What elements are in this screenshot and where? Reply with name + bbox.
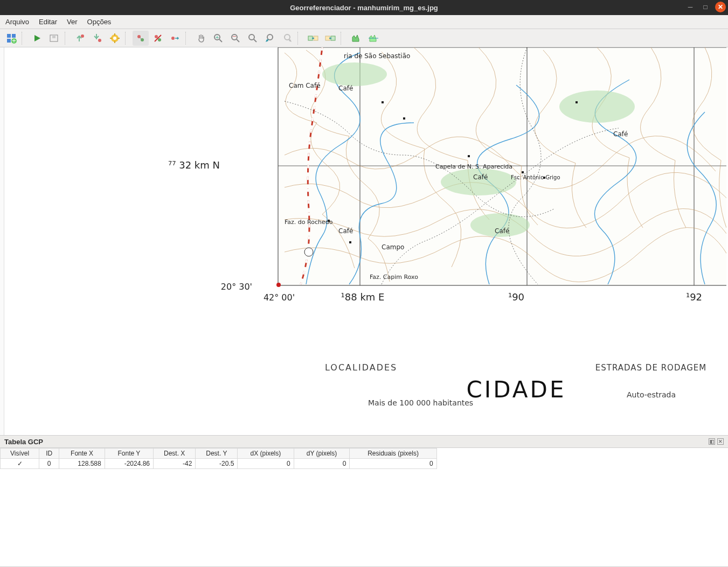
col-srcy[interactable]: Fonte Y	[105, 449, 153, 459]
svg-marker-5	[34, 35, 40, 41]
link-canvas-button[interactable]	[322, 31, 338, 46]
svg-text:Café: Café	[338, 85, 353, 92]
svg-text:Mais de 100 000 habitantes: Mais de 100 000 habitantes	[368, 398, 473, 407]
svg-point-28	[249, 34, 254, 40]
cell-id: 0	[39, 459, 59, 469]
svg-text:+: +	[215, 34, 219, 40]
window-title: Georreferenciador - manhumirim_mg_es.jpg	[290, 4, 438, 12]
svg-text:⁷⁷ 32 km N: ⁷⁷ 32 km N	[168, 159, 220, 171]
add-point-button[interactable]	[133, 31, 149, 46]
gcp-table-panel: Visível ID Fonte X Fonte Y Dest. X Dest.…	[0, 448, 728, 566]
menu-file[interactable]: Arquivo	[5, 18, 29, 26]
svg-text:Campo: Campo	[382, 243, 404, 251]
svg-text:ESTRADAS DE RODAGEM: ESTRADAS DE RODAGEM	[595, 363, 706, 373]
svg-text:Café: Café	[473, 173, 488, 181]
start-georef-button[interactable]	[29, 31, 45, 46]
undock-icon[interactable]: ◧	[709, 438, 715, 445]
zoom-out-button[interactable]: −	[227, 31, 244, 46]
svg-text:20° 30': 20° 30'	[221, 282, 252, 292]
svg-rect-35	[314, 36, 318, 40]
col-dy[interactable]: dY (pixels)	[294, 449, 350, 459]
pan-button[interactable]	[193, 31, 209, 46]
gcp-table: Visível ID Fonte X Fonte Y Dest. X Dest.…	[0, 448, 437, 469]
svg-rect-60	[576, 101, 578, 103]
col-visible[interactable]: Visível	[1, 449, 39, 459]
svg-rect-2	[7, 39, 11, 43]
svg-text:Capela de N. S. Aparecida: Capela de N. S. Aparecida	[435, 163, 512, 170]
svg-line-29	[254, 39, 256, 42]
svg-text:¹90: ¹90	[508, 291, 524, 303]
col-dstx[interactable]: Dest. X	[154, 449, 196, 459]
zoom-in-button[interactable]: +	[210, 31, 226, 46]
svg-rect-0	[7, 34, 11, 38]
menu-options[interactable]: Opções	[87, 18, 112, 26]
col-dx[interactable]: dX (pixels)	[238, 449, 294, 459]
svg-point-18	[155, 35, 158, 38]
map-svg: ⁷⁷ 32 km N 20° 30' 42° 00' ¹88 km E ¹90 …	[4, 47, 726, 435]
move-point-button[interactable]	[167, 31, 183, 46]
svg-point-54	[559, 90, 635, 123]
svg-line-17	[139, 37, 142, 40]
svg-line-23	[219, 39, 222, 42]
svg-text:+: +	[12, 38, 16, 44]
svg-text:Fsc. Antônio Grigo: Fsc. Antônio Grigo	[511, 174, 560, 180]
svg-line-26	[237, 39, 239, 42]
settings-button[interactable]	[107, 31, 123, 46]
save-gcp-button[interactable]	[89, 31, 106, 46]
cell-dx: 0	[238, 459, 294, 469]
svg-rect-58	[522, 171, 524, 173]
col-srcx[interactable]: Fonte X	[59, 449, 105, 459]
svg-point-19	[158, 38, 161, 41]
cell-visible[interactable]: ✓	[1, 459, 39, 469]
minimize-icon[interactable]: ─	[685, 2, 696, 12]
col-id[interactable]: ID	[39, 449, 59, 459]
titlebar: Georreferenciador - manhumirim_mg_es.jpg…	[0, 0, 728, 15]
svg-text:Cam Café: Cam Café	[289, 82, 321, 89]
menu-edit[interactable]: Editar	[39, 18, 57, 26]
vertical-ruler	[0, 47, 4, 435]
svg-rect-1	[12, 34, 16, 38]
svg-text:Café: Café	[613, 130, 628, 138]
zoom-last-button[interactable]	[262, 31, 278, 46]
cell-res: 0	[350, 459, 436, 469]
close-panel-icon[interactable]: ✕	[717, 438, 724, 445]
histogram-button[interactable]	[348, 31, 364, 46]
toolbar: + + −	[0, 29, 728, 47]
gcp-panel-header: Tabela GCP ◧ ✕	[0, 435, 728, 448]
svg-rect-36	[325, 36, 330, 40]
svg-text:Café: Café	[495, 227, 509, 235]
zoom-next-button[interactable]	[279, 31, 295, 46]
col-dsty[interactable]: Dest. Y	[196, 449, 238, 459]
load-gcp-button[interactable]	[72, 31, 88, 46]
save-gdal-button[interactable]	[46, 31, 63, 46]
svg-rect-56	[403, 117, 405, 120]
zoom-layer-button[interactable]	[245, 31, 261, 46]
svg-text:42° 00': 42° 00'	[264, 292, 295, 303]
table-row[interactable]: ✓ 0 128.588 -2024.86 -42 -20.5 0 0 0	[1, 459, 437, 469]
svg-rect-57	[468, 155, 470, 157]
map-view[interactable]: ⁷⁷ 32 km N 20° 30' 42° 00' ¹88 km E ¹90 …	[4, 47, 728, 435]
cell-dy: 0	[294, 459, 350, 469]
svg-text:−: −	[232, 33, 237, 39]
svg-text:Auto-estrada: Auto-estrada	[627, 390, 676, 399]
map-canvas[interactable]: ⁷⁷ 32 km N 20° 30' 42° 00' ¹88 km E ¹90 …	[0, 47, 728, 435]
svg-text:¹88 km E: ¹88 km E	[341, 291, 385, 303]
maximize-icon[interactable]: □	[700, 2, 711, 12]
cell-srcy: -2024.86	[105, 459, 153, 469]
close-icon[interactable]: ✕	[715, 2, 726, 12]
gcp-point-0	[276, 283, 281, 287]
delete-point-button[interactable]	[150, 31, 166, 46]
svg-point-52	[441, 169, 516, 195]
svg-text:ria de São Sebastião: ria de São Sebastião	[344, 52, 410, 60]
open-raster-button[interactable]: +	[3, 31, 19, 46]
col-res[interactable]: Residuais (pixels)	[350, 449, 436, 459]
link-georef-button[interactable]	[305, 31, 321, 46]
menu-view[interactable]: Ver	[67, 18, 78, 26]
histogram-stretch-button[interactable]	[365, 31, 382, 46]
svg-text:Faz. Capim Roxo: Faz. Capim Roxo	[370, 274, 418, 281]
svg-point-51	[322, 62, 387, 86]
svg-point-8	[98, 39, 101, 42]
svg-text:LOCALIDADES: LOCALIDADES	[325, 362, 397, 373]
svg-text:Café: Café	[338, 227, 353, 235]
cell-dsty: -20.5	[196, 459, 238, 469]
